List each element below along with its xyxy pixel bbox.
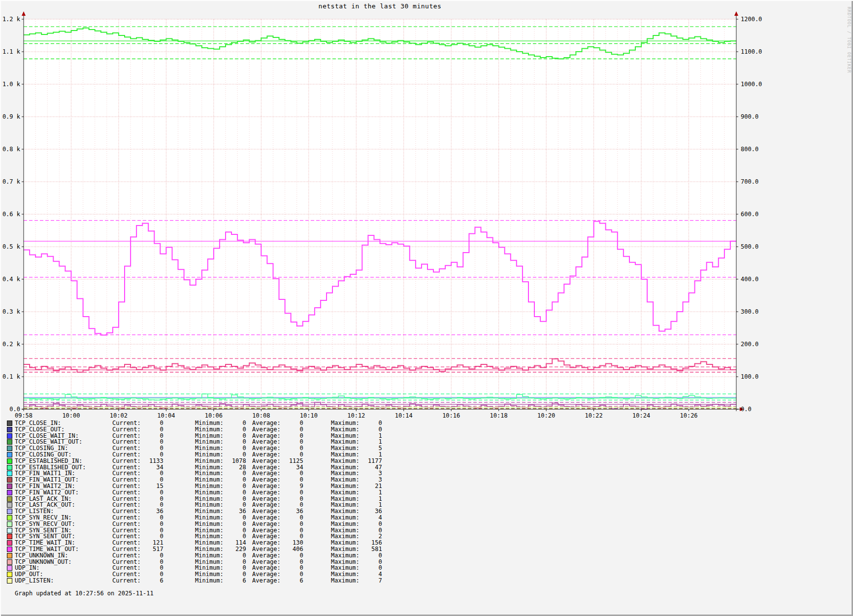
legend-swatch-icon	[7, 572, 12, 577]
svg-text:09:58: 09:58	[15, 412, 33, 419]
legend-swatch-icon	[7, 540, 12, 546]
svg-text:700.0: 700.0	[741, 178, 758, 185]
svg-text:1100.0: 1100.0	[741, 48, 762, 55]
svg-text:1.2 k: 1.2 k	[2, 16, 21, 23]
legend-swatch-icon	[7, 471, 12, 476]
legend-row: TCP_FIN_WAIT2_OUT:Current:0Minimum:0Aver…	[0, 489, 473, 496]
graph-updated-text: Graph updated at 10:27:56 on 2025-11-11	[15, 590, 154, 597]
svg-text:10:08: 10:08	[252, 412, 270, 419]
svg-text:1.0 k: 1.0 k	[2, 81, 21, 88]
legend-stat: Minimum:0	[195, 452, 246, 458]
svg-text:0.7 k: 0.7 k	[2, 178, 21, 185]
legend-stat: Minimum:0	[195, 571, 246, 578]
svg-text:1200.0: 1200.0	[741, 16, 762, 23]
legend-series-name: TCP_ESTABLISHED_IN:	[15, 458, 82, 464]
legend-stat: Maximum:7	[331, 578, 382, 584]
svg-text:0.1 k: 0.1 k	[2, 373, 21, 380]
legend-swatch-icon	[7, 496, 12, 502]
legend-swatch-icon	[7, 421, 12, 426]
legend-row: UDP_LISTEN:Current:6Minimum:6Average:6Ma…	[0, 578, 473, 584]
legend-stat: Minimum:1078	[195, 458, 246, 464]
legend-stat: Average:0	[252, 489, 303, 496]
svg-text:0.9 k: 0.9 k	[2, 113, 21, 120]
legend-stat: Minimum:229	[195, 546, 246, 552]
legend-stat: Maximum:0	[331, 420, 382, 426]
legend-swatch-icon	[7, 465, 12, 470]
svg-text:0.3 k: 0.3 k	[2, 308, 21, 315]
legend-row: TCP_CLOSE_WAIT_OUT:Current:0Minimum:0Ave…	[0, 439, 473, 445]
legend-row: TCP_CLOSE_IN:Current:0Minimum:0Average:0…	[0, 420, 473, 426]
svg-text:300.0: 300.0	[741, 308, 758, 315]
svg-text:10:24: 10:24	[632, 412, 650, 419]
legend-swatch-icon	[7, 427, 12, 432]
svg-text:500.0: 500.0	[741, 243, 758, 250]
legend-swatch-icon	[7, 439, 12, 445]
legend-swatch-icon	[7, 578, 12, 584]
legend-series-name: TCP_FIN_WAIT2_OUT:	[15, 489, 79, 496]
svg-text:0.0: 0.0	[741, 406, 752, 413]
legend-stat: Maximum:1177	[331, 458, 382, 464]
legend-stat: Minimum:0	[195, 515, 246, 521]
legend-row: TCP_CLOSE_OUT:Current:0Minimum:0Average:…	[0, 426, 473, 433]
legend-row: TCP_SYN_RECV_IN:Current:0Minimum:0Averag…	[0, 515, 473, 521]
legend-stat: Average:0	[252, 426, 303, 433]
svg-text:10:20: 10:20	[537, 412, 555, 419]
legend-stat: Average:9	[252, 483, 303, 489]
legend-swatch-icon	[7, 477, 12, 483]
legend-swatch-icon	[7, 458, 12, 464]
rrdtool-watermark: RRDTOOL / TOBI OETIKER	[847, 7, 852, 73]
legend-stat: Current:517	[112, 546, 164, 552]
svg-text:10:12: 10:12	[347, 412, 365, 419]
svg-text:10:04: 10:04	[157, 412, 175, 419]
legend-swatch-icon	[7, 452, 12, 457]
y-axis-arrow-icon	[22, 11, 26, 16]
legend-swatch-icon	[7, 565, 12, 571]
legend-series-name: TCP_CLOSING_OUT:	[15, 452, 72, 458]
legend-stat: Maximum:0	[331, 552, 382, 559]
legend-swatch-icon	[7, 509, 12, 514]
legend-row: TCP_SYN_RECV_OUT:Current:0Minimum:0Avera…	[0, 521, 473, 527]
svg-text:200.0: 200.0	[741, 341, 758, 348]
legend-series-name: TCP_CLOSE_OUT:	[15, 426, 65, 433]
legend-stat: Maximum:0	[331, 426, 382, 433]
svg-text:100.0: 100.0	[741, 373, 758, 380]
legend: TCP_CLOSE_IN:Current:0Minimum:0Average:0…	[0, 420, 473, 584]
legend-stat: Average:0	[252, 420, 303, 426]
legend-swatch-icon	[7, 484, 12, 489]
legend-stat: Current:0	[112, 420, 164, 426]
legend-series-name: TCP_TIME_WAIT_OUT:	[15, 546, 79, 552]
legend-stat: Minimum:6	[195, 578, 246, 584]
svg-text:0.2 k: 0.2 k	[2, 341, 21, 348]
legend-row: TCP_ESTABLISHED_IN:Current:1133Minimum:1…	[0, 458, 473, 464]
legend-row: TCP_LAST_ACK_OUT:Current:0Minimum:0Avera…	[0, 502, 473, 508]
svg-text:0.0: 0.0	[9, 406, 20, 413]
legend-row: TCP_UNKNOWN_IN:Current:0Minimum:0Average…	[0, 552, 473, 559]
legend-stat: Minimum:0	[195, 426, 246, 433]
legend-stat: Current:0	[112, 521, 164, 527]
legend-stat: Average:0	[252, 571, 303, 578]
legend-row: TCP_UNKNOWN_OUT:Current:0Minimum:0Averag…	[0, 559, 473, 565]
svg-text:10:14: 10:14	[395, 412, 413, 419]
legend-stat: Maximum:1	[331, 452, 382, 458]
legend-stat: Minimum:0	[195, 552, 246, 559]
legend-series-name: TCP_SYN_RECV_OUT:	[15, 521, 75, 527]
legend-series-name: TCP_CLOSE_IN:	[15, 420, 61, 426]
legend-stat: Current:0	[112, 452, 164, 458]
legend-stat: Average:406	[252, 546, 303, 552]
right-axis-arrow-icon	[734, 11, 738, 16]
legend-stat: Maximum:581	[331, 546, 382, 552]
legend-stat: Current:0	[112, 552, 164, 559]
legend-swatch-icon	[7, 547, 12, 552]
legend-stat: Minimum:0	[195, 483, 246, 489]
legend-series-name: UDP_LISTEN:	[15, 578, 54, 584]
legend-stat: Maximum:4	[331, 571, 382, 578]
svg-text:600.0: 600.0	[741, 211, 758, 218]
legend-stat: Current:0	[112, 515, 164, 521]
rrd-graph: netstat in the last 30 minutes 1.2 k1.1 …	[0, 0, 853, 616]
svg-text:400.0: 400.0	[741, 276, 758, 283]
svg-text:0.4 k: 0.4 k	[2, 276, 21, 283]
legend-stat: Current:6	[112, 578, 164, 584]
svg-text:10:10: 10:10	[300, 412, 318, 419]
legend-stat: Average:0	[252, 452, 303, 458]
svg-text:10:22: 10:22	[585, 412, 603, 419]
